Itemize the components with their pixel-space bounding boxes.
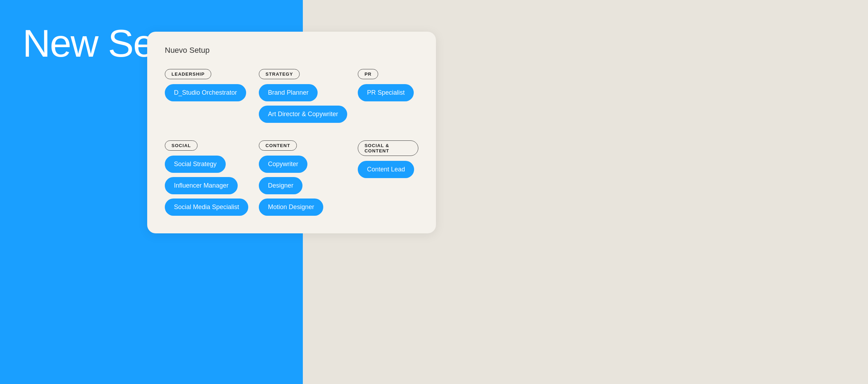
category-section-leadership: LEADERSHIPD_Studio Orchestrator	[165, 69, 248, 123]
category-section-social-content: SOCIAL & CONTENTContent Lead	[358, 140, 418, 216]
right-panel: Nuevo Setup LEADERSHIPD_Studio Orchestra…	[303, 0, 868, 384]
chip-art-director--copywriter[interactable]: Art Director & Copywriter	[259, 106, 347, 123]
card-title: Nuevo Setup	[165, 46, 418, 55]
chip-designer[interactable]: Designer	[259, 177, 302, 194]
setup-card: Nuevo Setup LEADERSHIPD_Studio Orchestra…	[147, 32, 436, 233]
chip-copywriter[interactable]: Copywriter	[259, 156, 307, 173]
category-section-content: CONTENTCopywriterDesignerMotion Designer	[259, 140, 347, 216]
chip-social-strategy[interactable]: Social Strategy	[165, 156, 226, 173]
chip-content-lead[interactable]: Content Lead	[358, 161, 414, 178]
chip-influencer-manager[interactable]: Influencer Manager	[165, 177, 238, 194]
categories-grid: LEADERSHIPD_Studio OrchestratorSTRATEGYB…	[165, 69, 418, 216]
category-section-strategy: STRATEGYBrand PlannerArt Director & Copy…	[259, 69, 347, 123]
category-label-leadership: LEADERSHIP	[165, 69, 211, 79]
category-label-pr: PR	[358, 69, 378, 79]
chip-motion-designer[interactable]: Motion Designer	[259, 199, 323, 216]
category-label-content: CONTENT	[259, 140, 297, 151]
chips-list-content: CopywriterDesignerMotion Designer	[259, 156, 347, 216]
chips-list-social: Social StrategyInfluencer ManagerSocial …	[165, 156, 248, 216]
chip-social-media-specialist[interactable]: Social Media Specialist	[165, 199, 248, 216]
chips-list-pr: PR Specialist	[358, 84, 418, 101]
chip-brand-planner[interactable]: Brand Planner	[259, 84, 318, 101]
category-label-strategy: STRATEGY	[259, 69, 300, 79]
category-label-social-content: SOCIAL & CONTENT	[358, 140, 418, 156]
category-section-social: SOCIALSocial StrategyInfluencer ManagerS…	[165, 140, 248, 216]
chips-list-leadership: D_Studio Orchestrator	[165, 84, 248, 101]
category-section-pr: PRPR Specialist	[358, 69, 418, 123]
chip-dstudio-orchestrator[interactable]: D_Studio Orchestrator	[165, 84, 246, 101]
chips-list-social-content: Content Lead	[358, 161, 418, 178]
chips-list-strategy: Brand PlannerArt Director & Copywriter	[259, 84, 347, 123]
category-label-social: SOCIAL	[165, 140, 198, 151]
chip-pr-specialist[interactable]: PR Specialist	[358, 84, 414, 101]
